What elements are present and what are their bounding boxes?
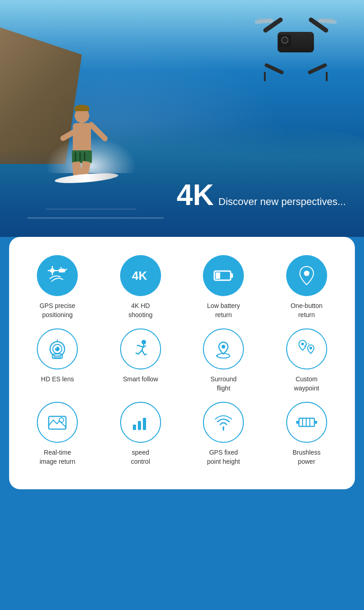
hero-subtitle: Discover new perspectives... xyxy=(218,196,346,208)
hero-4k-label: 4K xyxy=(177,180,214,210)
svg-rect-28 xyxy=(133,425,136,430)
svg-point-21 xyxy=(222,345,225,349)
custom-waypoint-icon-circle xyxy=(286,328,327,369)
feature-surround-flight: Surroundflight xyxy=(184,328,263,393)
surfer xyxy=(46,55,146,200)
feature-gps-positioning: GPS precisepositioning xyxy=(18,255,97,319)
feature-gps-fixed: GPS fixedpoint height xyxy=(184,402,263,466)
svg-rect-29 xyxy=(138,421,141,430)
svg-rect-12 xyxy=(216,272,220,279)
runner-icon xyxy=(129,338,152,360)
speed-control-label: speedcontrol xyxy=(131,448,150,466)
surround-flight-label: Surroundflight xyxy=(210,375,237,393)
gps-fixed-icon xyxy=(212,411,235,434)
gps-positioning-icon-circle xyxy=(37,255,78,296)
hero-section: 4K Discover new perspectives... xyxy=(0,0,364,237)
svg-point-25 xyxy=(309,347,312,349)
svg-rect-37 xyxy=(314,421,317,424)
location-pin-icon xyxy=(295,264,318,287)
custom-waypoint-label: Customwaypoint xyxy=(294,375,319,393)
one-button-return-icon-circle xyxy=(286,255,327,296)
svg-rect-30 xyxy=(143,418,146,430)
drone xyxy=(255,18,337,73)
svg-point-24 xyxy=(301,343,304,345)
landing-gear-right xyxy=(326,72,328,81)
battery-icon xyxy=(212,264,235,287)
lens-inner xyxy=(281,36,288,44)
hd-es-lens-icon-circle xyxy=(37,328,78,369)
feature-realtime-image: Real-timeimage return xyxy=(18,402,97,466)
feature-smart-follow: Smart follow xyxy=(101,328,180,393)
surround-flight-icon-circle xyxy=(203,328,244,369)
lens-icon xyxy=(46,338,69,360)
svg-point-20 xyxy=(142,340,146,344)
feature-low-battery: Low batteryreturn xyxy=(184,255,263,319)
4k-hd-label: 4K HDshooting xyxy=(128,302,152,319)
svg-point-23 xyxy=(216,355,218,357)
feature-one-button-return: One-buttonreturn xyxy=(268,255,346,319)
realtime-image-label: Real-timeimage return xyxy=(40,448,76,466)
signal-icon xyxy=(129,411,152,434)
4k-hd-icon-circle: 4K xyxy=(120,255,161,296)
waypoint-icon xyxy=(295,338,318,360)
4k-hd-icon: 4K xyxy=(129,264,152,287)
motor-icon xyxy=(295,411,318,434)
smart-follow-icon-circle xyxy=(120,328,161,369)
features-card: GPS precisepositioning 4K 4K HDshooting xyxy=(9,237,355,489)
feature-4k-hd: 4K 4K HDshooting xyxy=(101,255,180,319)
landing-gear-left xyxy=(264,72,266,81)
svg-rect-11 xyxy=(231,273,233,278)
stripe xyxy=(75,152,76,161)
svg-point-27 xyxy=(59,418,64,422)
svg-rect-5 xyxy=(59,269,65,272)
smart-follow-label: Smart follow xyxy=(123,375,158,384)
image-icon xyxy=(46,411,69,434)
speed-control-icon-circle xyxy=(120,402,161,443)
svg-text:4K: 4K xyxy=(132,269,147,282)
svg-point-13 xyxy=(304,271,309,276)
drone-body xyxy=(278,32,314,52)
hero-text: 4K Discover new perspectives... xyxy=(177,180,346,210)
feature-custom-waypoint: Customwaypoint xyxy=(268,328,346,393)
svg-line-8 xyxy=(61,267,62,269)
gps-fixed-icon-circle xyxy=(203,402,244,443)
svg-point-17 xyxy=(55,347,57,349)
feature-speed-control: speedcontrol xyxy=(101,402,180,466)
svg-rect-36 xyxy=(296,421,299,424)
svg-point-31 xyxy=(222,426,224,428)
svg-line-7 xyxy=(65,269,67,271)
stripe2 xyxy=(79,152,81,161)
brushless-label: Brushlesspower xyxy=(293,448,320,466)
surround-icon xyxy=(212,338,235,360)
prop-blur-tr xyxy=(318,18,334,23)
brushless-icon-circle xyxy=(286,402,327,443)
one-button-return-label: One-buttonreturn xyxy=(291,302,323,319)
gps-icon xyxy=(46,264,69,287)
water-line xyxy=(27,217,164,219)
gps-positioning-label: GPS precisepositioning xyxy=(40,302,76,319)
shorts xyxy=(72,150,92,163)
water-line2 xyxy=(46,209,136,210)
gps-fixed-label: GPS fixedpoint height xyxy=(207,448,240,466)
stripe3 xyxy=(84,152,86,161)
features-grid: GPS precisepositioning 4K 4K HDshooting xyxy=(18,251,346,471)
realtime-image-icon-circle xyxy=(37,402,78,443)
hair xyxy=(75,105,89,111)
feature-hd-es-lens: HD ES lens xyxy=(18,328,97,393)
svg-point-0 xyxy=(50,268,55,273)
low-battery-label: Low batteryreturn xyxy=(207,302,240,319)
surfer-body xyxy=(64,109,100,182)
feature-brushless: Brushlesspower xyxy=(268,402,346,466)
prop-blur-tl xyxy=(257,18,273,23)
low-battery-icon-circle xyxy=(203,255,244,296)
hd-es-lens-label: HD ES lens xyxy=(41,375,74,384)
